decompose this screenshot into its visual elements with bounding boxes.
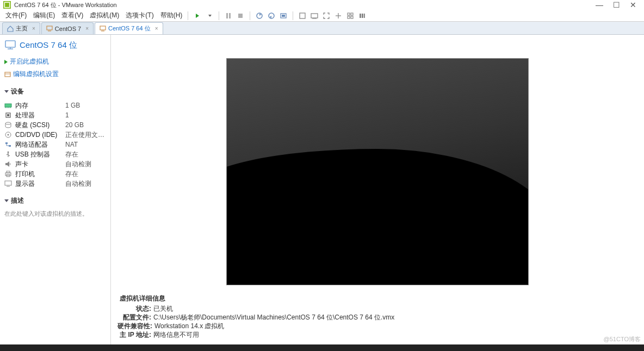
toolbar-separator: [250, 11, 250, 20]
power-on-button[interactable]: [193, 11, 202, 20]
detail-row-configfile: 配置文件: C:\Users\杨老师\Documents\Virtual Mac…: [117, 313, 637, 322]
svg-rect-16: [348, 16, 350, 18]
device-label: 网络适配器: [15, 140, 62, 149]
svg-rect-20: [364, 14, 365, 18]
fullscreen-button[interactable]: [321, 11, 331, 20]
tabbar: 主页 × CentOS 7 × CentOS 7 64 位 ×: [0, 22, 644, 35]
menu-edit[interactable]: 编辑(E): [30, 10, 58, 21]
device-label: 硬盘 (SCSI): [15, 121, 62, 130]
power-on-label: 开启此虚拟机: [10, 57, 49, 66]
svg-rect-4: [238, 14, 243, 18]
details-header-label: 虚拟机详细信息: [120, 294, 165, 303]
device-label: USB 控制器: [15, 150, 62, 159]
description-section-header[interactable]: 描述: [4, 196, 106, 205]
cpu-icon: [4, 111, 12, 119]
menu-view[interactable]: 查看(V): [58, 10, 86, 21]
device-cpu[interactable]: 处理器 1: [4, 110, 106, 120]
device-cddvd[interactable]: CD/DVD (IDE) 正在使用文件 F...: [4, 130, 106, 140]
device-value: 1 GB: [65, 102, 80, 109]
tab-label: CentOS 7: [55, 26, 81, 32]
play-icon: [4, 60, 8, 64]
vm-preview-area: [111, 35, 644, 292]
snapshot-manager-button[interactable]: [278, 11, 288, 20]
network-icon: [4, 141, 12, 148]
device-sound[interactable]: 声卡 自动检测: [4, 159, 106, 169]
snapshot-take-button[interactable]: [255, 11, 264, 20]
devices-section-header[interactable]: 设备: [4, 87, 106, 96]
detail-value: 网络信息不可用: [153, 330, 199, 339]
detail-label: 主 IP 地址:: [117, 330, 151, 339]
svg-rect-25: [5, 41, 15, 47]
detail-value: C:\Users\杨老师\Documents\Virtual Machines\…: [153, 313, 394, 322]
vm-icon: [46, 26, 53, 32]
device-value: 自动检测: [65, 160, 91, 169]
svg-rect-21: [47, 26, 52, 30]
svg-rect-19: [362, 14, 363, 18]
menu-help[interactable]: 帮助(H): [157, 10, 186, 21]
tab-centos7-64[interactable]: CentOS 7 64 位 ×: [95, 22, 163, 34]
tab-label: 主页: [16, 24, 28, 33]
svg-rect-36: [7, 114, 9, 116]
svg-rect-18: [360, 14, 361, 18]
edit-settings-label: 编辑虚拟机设置: [13, 70, 59, 79]
svg-rect-14: [348, 13, 350, 15]
device-value: 正在使用文件 F...: [65, 130, 106, 140]
description-placeholder[interactable]: 在此处键入对该虚拟机的描述。: [4, 210, 106, 218]
edit-vm-settings-link[interactable]: 编辑虚拟机设置: [4, 69, 106, 79]
device-label: 声卡: [15, 160, 62, 169]
settings-icon: [4, 71, 11, 78]
menu-vm[interactable]: 虚拟机(M): [86, 10, 122, 21]
svg-point-37: [5, 122, 11, 124]
library-button[interactable]: [357, 11, 367, 20]
content-area: CentOS 7 64 位 开启此虚拟机 编辑虚拟机设置 设备 内存 1 GB …: [0, 35, 644, 344]
vm-screen-preview[interactable]: [226, 58, 529, 285]
sound-icon: [4, 160, 12, 168]
device-value: NAT: [65, 141, 78, 148]
tab-home[interactable]: 主页 ×: [2, 22, 40, 34]
minimize-button[interactable]: —: [596, 1, 603, 9]
unity-button[interactable]: [298, 11, 307, 20]
device-display[interactable]: 显示器 自动检测: [4, 179, 106, 189]
svg-rect-9: [300, 13, 305, 18]
svg-rect-23: [100, 26, 106, 30]
device-value: 存在: [65, 150, 78, 159]
vm-details-header[interactable]: 虚拟机详细信息: [117, 294, 637, 303]
svg-rect-28: [5, 72, 10, 77]
cycle-view-button[interactable]: [345, 11, 355, 20]
maximize-button[interactable]: ☐: [613, 1, 620, 9]
toolbar-separator: [219, 11, 219, 20]
usb-icon: [4, 151, 12, 158]
device-list: 内存 1 GB 处理器 1 硬盘 (SCSI) 20 GB CD/DVD (ID…: [4, 101, 106, 189]
device-printer[interactable]: 打印机 存在: [4, 169, 106, 179]
device-hdd[interactable]: 硬盘 (SCSI) 20 GB: [4, 120, 106, 130]
suspend-button[interactable]: [224, 11, 233, 20]
close-button[interactable]: ✕: [630, 1, 636, 9]
svg-rect-40: [5, 142, 8, 144]
device-label: 打印机: [15, 170, 62, 179]
power-dropdown-button[interactable]: [205, 11, 214, 20]
collapse-icon: [4, 199, 9, 202]
shutdown-button[interactable]: [236, 11, 245, 20]
tab-centos7[interactable]: CentOS 7 ×: [41, 22, 94, 34]
tab-close-icon[interactable]: ×: [32, 26, 35, 32]
toolbar-separator: [293, 11, 293, 20]
tab-close-icon[interactable]: ×: [85, 26, 89, 32]
device-label: 处理器: [15, 111, 62, 120]
collapse-icon: [4, 90, 9, 93]
device-network[interactable]: 网络适配器 NAT: [4, 140, 106, 149]
menu-tabs[interactable]: 选项卡(T): [122, 10, 157, 21]
svg-point-39: [8, 134, 9, 136]
taskbar-strip: [0, 344, 644, 351]
snapshot-revert-button[interactable]: [267, 11, 276, 20]
power-on-vm-link[interactable]: 开启此虚拟机: [4, 57, 106, 67]
display-icon: [4, 180, 12, 187]
svg-rect-3: [229, 13, 231, 18]
menu-separator: [188, 11, 188, 20]
device-usb[interactable]: USB 控制器 存在: [4, 149, 106, 159]
device-memory[interactable]: 内存 1 GB: [4, 101, 106, 110]
stretch-button[interactable]: [333, 11, 343, 20]
tab-close-icon[interactable]: ×: [155, 26, 158, 32]
console-button[interactable]: [309, 11, 319, 20]
detail-row-ip: 主 IP 地址: 网络信息不可用: [117, 330, 637, 339]
menu-file[interactable]: 文件(F): [2, 10, 30, 21]
